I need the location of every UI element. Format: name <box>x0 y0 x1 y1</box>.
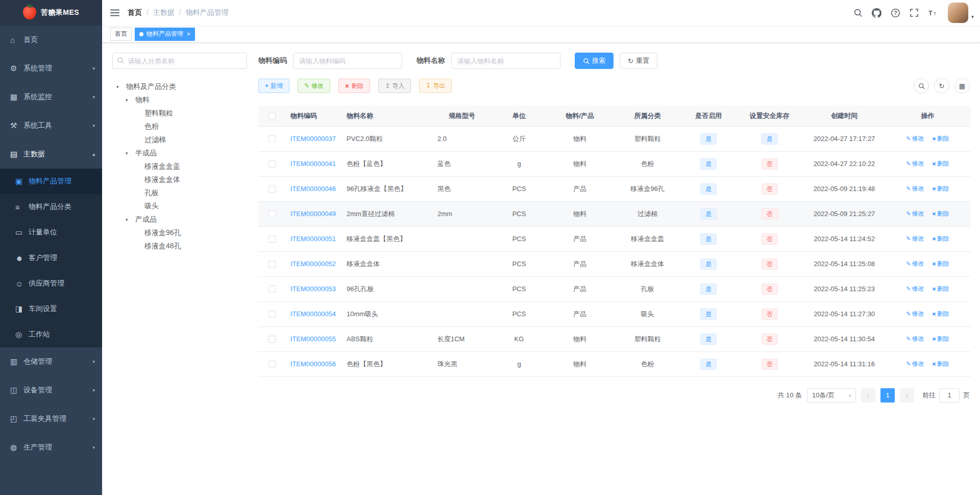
row-delete-link[interactable]: 删除 <box>932 310 949 317</box>
toggle-search-icon[interactable] <box>914 78 929 93</box>
search-button[interactable]: 搜索 <box>575 53 614 69</box>
tree-node[interactable]: 孔板 <box>112 186 247 200</box>
column-header[interactable]: 物料名称 <box>341 106 432 126</box>
item-code-link[interactable]: ITEM00000056 <box>290 360 336 368</box>
sidebar-menu-item[interactable]: 首页 <box>0 26 102 54</box>
tree-node[interactable]: 物料 <box>112 93 247 107</box>
column-header[interactable]: 所属分类 <box>613 106 682 126</box>
material-name-input[interactable] <box>451 53 560 69</box>
tree-node[interactable]: 吸头 <box>112 200 247 213</box>
column-settings-icon[interactable]: ▦ <box>954 78 970 93</box>
toolbar-button[interactable]: 导出 <box>419 79 452 93</box>
sidebar-menu-item[interactable]: 生产管理 <box>0 433 102 462</box>
github-icon[interactable] <box>867 4 886 22</box>
column-header[interactable]: 物料编码 <box>285 106 341 126</box>
sidebar-submenu-item[interactable]: 供应商管理 <box>0 271 102 296</box>
toolbar-button[interactable]: 删除 <box>338 79 370 93</box>
sidebar-menu-item[interactable]: 系统工具 <box>0 111 102 140</box>
toolbar-button[interactable]: 新增 <box>258 79 289 93</box>
goto-page-input[interactable] <box>939 388 960 403</box>
sidebar-menu-item[interactable]: 工装夹具管理 <box>0 405 102 433</box>
toolbar-button[interactable]: 导入 <box>378 79 411 93</box>
tree-expander-icon[interactable] <box>126 217 135 222</box>
row-delete-link[interactable]: 删除 <box>932 185 949 192</box>
breadcrumb-item[interactable]: 主数据 <box>142 8 175 17</box>
item-code-link[interactable]: ITEM00000052 <box>290 260 336 268</box>
help-icon[interactable]: ? <box>886 4 905 22</box>
row-edit-link[interactable]: 修改 <box>906 210 924 217</box>
column-header[interactable]: 规格型号 <box>432 106 492 126</box>
tree-node[interactable]: 移液盒盒盖 <box>112 160 247 173</box>
column-header[interactable]: 单位 <box>492 106 547 126</box>
tree-node[interactable]: 移液盒96孔 <box>112 226 247 240</box>
column-header[interactable]: 是否启用 <box>682 106 735 126</box>
row-checkbox[interactable] <box>268 135 276 143</box>
row-checkbox[interactable] <box>268 286 276 293</box>
font-size-icon[interactable]: TT <box>923 4 943 21</box>
row-delete-link[interactable]: 删除 <box>932 360 949 367</box>
app-logo[interactable]: 苦糖果MES <box>0 0 102 26</box>
row-checkbox[interactable] <box>268 361 276 368</box>
row-delete-link[interactable]: 删除 <box>932 260 949 267</box>
sidebar-submenu-item[interactable]: 客户管理 <box>0 245 102 271</box>
sidebar-menu-item[interactable]: 系统监控 <box>0 83 102 111</box>
sidebar-submenu-item[interactable]: 车间设置 <box>0 296 102 322</box>
row-edit-link[interactable]: 修改 <box>906 310 924 317</box>
row-checkbox[interactable] <box>268 311 276 318</box>
sidebar-submenu-item[interactable]: 物料产品管理 <box>0 169 102 194</box>
row-delete-link[interactable]: 删除 <box>932 160 949 167</box>
item-code-link[interactable]: ITEM00000041 <box>290 160 336 168</box>
tree-node[interactable]: 过滤棉 <box>112 133 247 147</box>
user-menu[interactable]: ▾ <box>948 3 974 23</box>
tree-node[interactable]: 塑料颗粒 <box>112 107 247 120</box>
item-code-link[interactable]: ITEM00000054 <box>290 310 336 318</box>
sidebar-menu-item[interactable]: 设备管理 <box>0 376 102 405</box>
item-code-link[interactable]: ITEM00000049 <box>290 210 336 218</box>
tree-node[interactable]: 移液盒48孔 <box>112 240 247 253</box>
sidebar-submenu-item[interactable]: 物料产品分类 <box>0 194 102 220</box>
row-delete-link[interactable]: 删除 <box>932 210 949 217</box>
category-search-input[interactable] <box>112 53 247 69</box>
row-checkbox[interactable] <box>268 261 276 268</box>
tree-node[interactable]: 色粉 <box>112 120 247 133</box>
row-delete-link[interactable]: 删除 <box>932 135 949 142</box>
row-edit-link[interactable]: 修改 <box>906 285 924 292</box>
row-edit-link[interactable]: 修改 <box>906 260 924 267</box>
breadcrumb-item[interactable]: 首页 <box>128 8 142 17</box>
hamburger-menu-button[interactable] <box>102 0 128 26</box>
current-page-button[interactable]: 1 <box>880 388 895 403</box>
column-header[interactable]: 设置安全库存 <box>735 106 804 126</box>
search-icon[interactable] <box>849 4 867 21</box>
column-header[interactable]: 物料/产品 <box>547 106 613 126</box>
reset-button[interactable]: 重置 <box>620 53 657 69</box>
close-icon[interactable]: × <box>187 31 190 37</box>
column-header[interactable]: 创建时间 <box>804 106 885 126</box>
row-checkbox[interactable] <box>268 235 276 243</box>
row-edit-link[interactable]: 修改 <box>906 235 924 242</box>
select-all-checkbox[interactable] <box>268 113 276 120</box>
next-page-button[interactable] <box>900 388 914 403</box>
row-edit-link[interactable]: 修改 <box>906 185 924 192</box>
tree-expander-icon[interactable] <box>116 84 126 89</box>
row-delete-link[interactable]: 删除 <box>932 335 949 342</box>
tree-node[interactable]: 半成品 <box>112 147 247 160</box>
item-code-link[interactable]: ITEM00000053 <box>290 285 336 293</box>
row-delete-link[interactable]: 删除 <box>932 285 949 292</box>
column-header[interactable]: 操作 <box>885 106 971 126</box>
sidebar-menu-item[interactable]: 仓储管理 <box>0 347 102 376</box>
fullscreen-icon[interactable] <box>905 4 923 21</box>
user-avatar[interactable] <box>948 3 968 23</box>
tab-tag[interactable]: 首页 × <box>110 28 132 41</box>
row-checkbox[interactable] <box>268 336 276 343</box>
row-edit-link[interactable]: 修改 <box>906 135 924 142</box>
breadcrumb-item[interactable]: 物料产品管理 <box>175 8 229 17</box>
prev-page-button[interactable] <box>861 388 875 403</box>
tree-expander-icon[interactable] <box>126 151 135 156</box>
item-code-link[interactable]: ITEM00000055 <box>290 335 336 343</box>
row-delete-link[interactable]: 删除 <box>932 235 949 242</box>
tree-node[interactable]: 物料及产品分类 <box>112 80 247 93</box>
tree-expander-icon[interactable] <box>126 98 135 103</box>
item-code-link[interactable]: ITEM00000037 <box>290 135 336 143</box>
tab-tag[interactable]: 物料产品管理 × <box>135 28 195 41</box>
page-size-select[interactable]: 10条/页 <box>807 388 856 403</box>
